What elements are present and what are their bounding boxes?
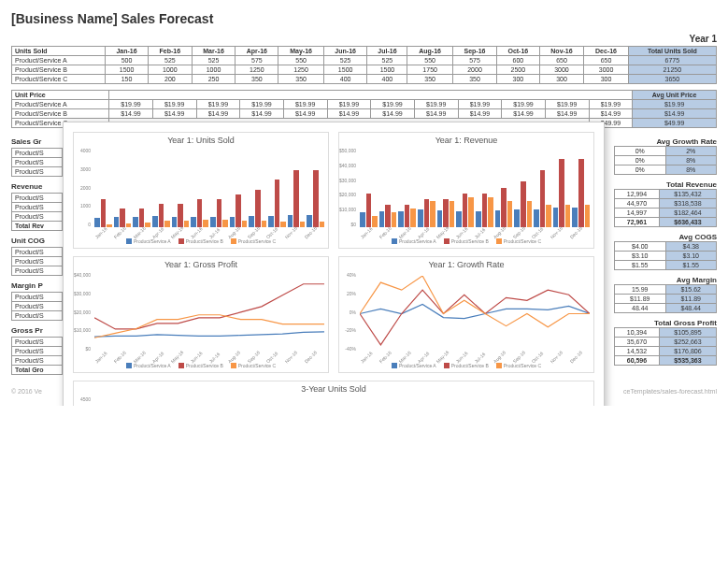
page-title: [Business Name] Sales Forecast bbox=[11, 11, 717, 26]
table-row: Product/Service A50052552557555052552555… bbox=[12, 56, 717, 65]
charts-popup: Year 1: Units Sold 40003000200010000 Jan… bbox=[63, 122, 605, 406]
footer-right: ceTemplates/sales-forecast.html bbox=[623, 388, 717, 395]
chart-gross-profit: Year 1: Gross Profit $40,000$30,000$20,0… bbox=[73, 256, 329, 373]
table-row: Product/Service B$14.99$14.99$14.99$14.9… bbox=[12, 109, 717, 119]
table-row: Product/Service A$19.99$19.99$19.99$19.9… bbox=[12, 100, 717, 109]
chart-units-sold: Year 1: Units Sold 40003000200010000 Jan… bbox=[73, 132, 329, 249]
year-label: Year 1 bbox=[11, 34, 717, 44]
chart-growth-rate: Year 1: Growth Rate 40%20%0%-20%-40% Jan… bbox=[338, 256, 594, 373]
table-row: Product/Service C15020025035035040040035… bbox=[12, 75, 717, 84]
chart-three-year: 3-Year Units Sold 4500400035003000250020… bbox=[73, 381, 594, 406]
chart-revenue: Year 1: Revenue $50,000$40,000$30,000$20… bbox=[338, 132, 594, 249]
footer-left: © 2016 Ve bbox=[11, 388, 42, 395]
section-header: Units Sold bbox=[12, 47, 106, 56]
units-sold-table: Units Sold Jan-16Feb-16Mar-16Apr-16May-1… bbox=[11, 46, 717, 84]
table-row: Product/Service B15001000100012501250150… bbox=[12, 65, 717, 75]
